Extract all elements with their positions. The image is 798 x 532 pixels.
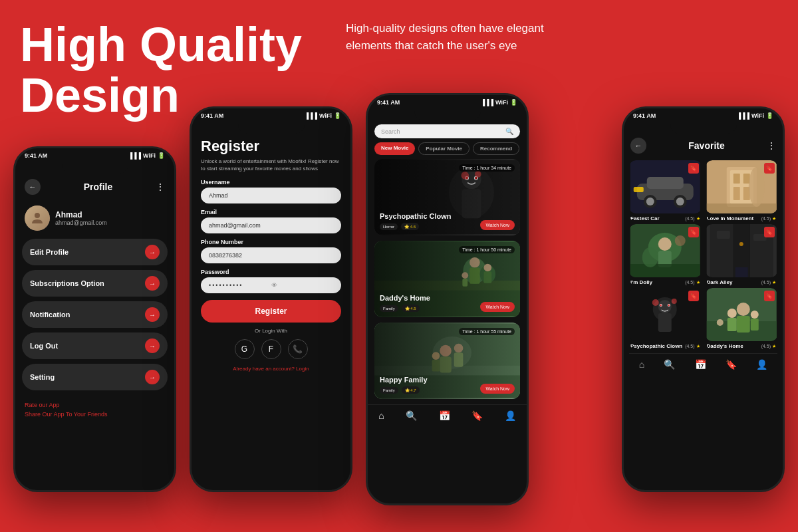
nav-bookmark-icon[interactable]: 🔖	[471, 410, 483, 421]
svg-rect-61	[706, 224, 710, 277]
movie-card-happy-family[interactable]: Time : 1 hour 55 minute Happy Family Fam…	[374, 323, 520, 399]
movie-card-daddys-home[interactable]: Time : 1 hour 50 minute Daddy's Home Fam…	[374, 241, 520, 317]
nav-profile-icon[interactable]: 👤	[505, 410, 516, 421]
svg-point-83	[750, 311, 758, 319]
nav-calendar-icon[interactable]: 📅	[439, 410, 450, 421]
filter-tabs: New Movie Popular Movie Recommend	[368, 142, 527, 159]
svg-point-73	[660, 305, 662, 307]
status-bar-4: 9:41 AM ▐▐▐ WiFi 🔋	[624, 108, 783, 119]
bottom-navigation-4: ⌂ 🔍 📅 🔖 👤	[629, 353, 777, 375]
svg-point-56	[642, 247, 658, 267]
rating-badge: ⭐ 4.7	[402, 386, 420, 394]
movie-info: Psychopathic Clown Horror ⭐ 4.6	[380, 212, 452, 230]
login-link[interactable]: Login	[296, 366, 309, 372]
movie-card-clown[interactable]: Time : 1 hour 34 minute Psychopathic Clo…	[374, 159, 520, 235]
svg-point-79	[736, 303, 749, 316]
logout-item[interactable]: Log Out →	[22, 332, 168, 359]
nav-search-icon-fav[interactable]: 🔍	[664, 359, 675, 370]
email-input[interactable]: ahmad@gmail.com	[201, 217, 341, 233]
svg-rect-40	[634, 187, 644, 192]
rate-app-link[interactable]: Rate our App	[25, 402, 165, 408]
watch-now-button[interactable]: Watch Now	[480, 302, 515, 312]
movie-meta: Family ⭐ 4.7	[380, 386, 428, 394]
more-options-fav[interactable]: ⋮	[767, 140, 776, 151]
settings-item[interactable]: Setting →	[22, 364, 168, 390]
fav-card-daddys-home[interactable]: 🔖 Daddy's Home (4.5) ★	[706, 288, 778, 349]
watch-now-button[interactable]: Watch Now	[480, 384, 515, 394]
fav-card-clown[interactable]: 🔖 Psychopathic Clown (4.5) ★	[629, 288, 702, 349]
favorites-screen: ← Favorite ⋮	[624, 134, 783, 375]
email-label: Email	[201, 209, 341, 215]
movie-info: Happy Family Family ⭐ 4.7	[380, 376, 428, 394]
tab-popular-movie[interactable]: Popular Movie	[418, 142, 469, 155]
bookmark-icon[interactable]: 🔖	[688, 291, 699, 301]
facebook-login-button[interactable]: F	[261, 339, 281, 359]
nav-calendar-icon-fav[interactable]: 📅	[695, 359, 706, 370]
subscriptions-item[interactable]: Subscriptions Option →	[22, 270, 168, 297]
movie-duration: Time : 1 hour 55 minute	[459, 328, 515, 335]
svg-rect-54	[630, 264, 700, 277]
edit-profile-item[interactable]: Edit Profile →	[22, 239, 168, 265]
watch-now-button[interactable]: Watch Now	[480, 220, 515, 230]
card-name: Daddy's Home	[707, 343, 743, 349]
user-info-section: Ahmad ahmad@gmail.com	[22, 200, 168, 239]
bookmark-icon[interactable]: 🔖	[764, 291, 775, 301]
svg-point-75	[652, 299, 659, 306]
username-input[interactable]: Ahmad	[201, 188, 341, 203]
card-name: Fastest Car	[630, 215, 660, 221]
search-placeholder: Search	[381, 128, 505, 135]
subscriptions-label: Subscriptions Option	[30, 279, 104, 287]
svg-rect-80	[736, 316, 749, 332]
bookmark-icon[interactable]: 🔖	[688, 163, 699, 174]
search-bar[interactable]: Search 🔍	[374, 124, 520, 138]
search-icon: 🔍	[505, 128, 513, 135]
card-rating: (4.5) ★	[761, 344, 776, 349]
bookmark-icon[interactable]: 🔖	[688, 227, 699, 237]
nav-home-icon[interactable]: ⌂	[378, 410, 384, 421]
fav-card-love-monument[interactable]: 🔖 Love In Monument (4.5) ★	[706, 160, 778, 221]
arrow-icon: →	[145, 370, 160, 384]
card-rating: (4.5) ★	[761, 216, 776, 221]
favorites-grid-row-1: 🔖 Fastest Car (4.5) ★	[629, 160, 777, 221]
svg-rect-84	[750, 319, 758, 331]
or-login-text: Or Login With	[201, 328, 341, 334]
phone-register: 9:41 AM ▐▐▐ WiFi 🔋 Register Unlock a wor…	[190, 106, 352, 492]
nav-bookmark-icon-fav[interactable]: 🔖	[726, 359, 737, 370]
back-button[interactable]: ←	[25, 179, 41, 195]
back-button-fav[interactable]: ←	[630, 138, 646, 154]
nav-profile-icon-fav[interactable]: 👤	[756, 359, 767, 370]
password-input[interactable]: •••••••••• 👁	[201, 277, 341, 293]
notification-item[interactable]: Notification →	[22, 301, 168, 328]
register-screen: Register Unlock a world of entertainment…	[192, 138, 350, 372]
bookmark-icon[interactable]: 🔖	[764, 163, 775, 174]
more-options-button[interactable]: ⋮	[156, 182, 165, 192]
register-title: Register	[201, 138, 341, 155]
svg-point-55	[675, 235, 686, 246]
svg-rect-44	[733, 174, 739, 184]
svg-point-74	[668, 305, 670, 307]
username-label: Username	[201, 179, 341, 186]
phone-input[interactable]: 0838276382	[201, 247, 341, 263]
password-toggle-icon[interactable]: 👁	[271, 282, 334, 289]
movie-meta: Horror ⭐ 4.6	[380, 223, 452, 230]
bookmark-icon[interactable]: 🔖	[764, 227, 775, 237]
notch-1	[62, 159, 128, 174]
nav-home-icon-fav[interactable]: ⌂	[639, 359, 644, 370]
signal-icons-3: ▐▐▐ WiFi 🔋	[481, 99, 517, 106]
fav-card-fastest-car[interactable]: 🔖 Fastest Car (4.5) ★	[629, 160, 702, 221]
svg-rect-82	[727, 318, 736, 331]
register-button[interactable]: Register	[201, 300, 341, 323]
favorites-header: ← Favorite ⋮	[629, 134, 777, 160]
phone-login-button[interactable]: 📞	[288, 339, 308, 359]
share-app-link[interactable]: Share Our App To Your Friends	[25, 411, 165, 418]
genre-badge: Family	[380, 387, 398, 394]
user-email: ahmad@gmail.com	[55, 219, 107, 226]
nav-search-icon[interactable]: 🔍	[406, 410, 417, 421]
tab-new-movie[interactable]: New Movie	[374, 142, 415, 155]
google-login-button[interactable]: G	[235, 339, 255, 359]
movie-title: Happy Family	[380, 376, 428, 384]
fav-card-dark-alley[interactable]: 🔖 Dark Alley (4.5) ★	[706, 224, 778, 285]
fav-card-dolly[interactable]: 🔖 I'm Dolly (4.5) ★	[629, 224, 702, 285]
tab-recommend[interactable]: Recommend	[473, 142, 519, 155]
svg-point-49	[748, 167, 764, 207]
